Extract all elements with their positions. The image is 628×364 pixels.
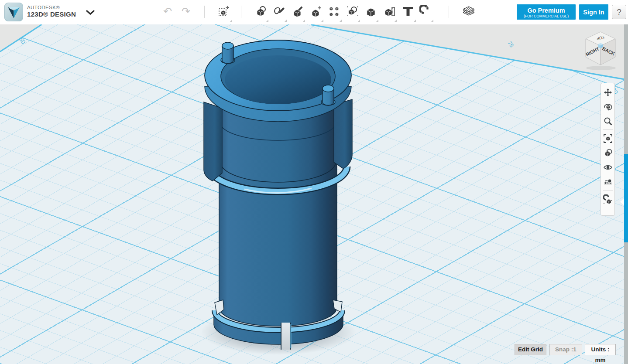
- brand-autodesk: AUTODESK®: [27, 5, 76, 10]
- model-bore[interactable]: [221, 49, 335, 104]
- orbit-icon: [603, 102, 613, 112]
- brand-text: AUTODESK® 123D® DESIGN: [27, 5, 76, 18]
- tool-dropdown-caret-icon[interactable]: [358, 20, 360, 22]
- pan-icon: [604, 88, 612, 97]
- go-premium-button[interactable]: Go Premium (FOR COMMERCIAL USE): [517, 4, 576, 20]
- tool-layers-button[interactable]: [459, 3, 477, 22]
- help-button[interactable]: ?: [612, 5, 626, 19]
- sign-in-button[interactable]: Sign In: [579, 4, 608, 20]
- panel-handle[interactable]: [624, 154, 628, 242]
- main-menu-chevron-icon[interactable]: [86, 10, 95, 16]
- text-icon: [402, 5, 414, 18]
- modify-icon: [309, 5, 323, 18]
- undo-button[interactable]: ↶: [161, 5, 174, 17]
- toolbar-separator: [449, 6, 449, 18]
- units-setting-button[interactable]: Units : mm: [585, 344, 616, 355]
- eye-icon: [603, 163, 613, 172]
- material-icon: [603, 148, 613, 158]
- redo-button[interactable]: ↷: [180, 5, 192, 17]
- grid-visibility-icon: [603, 177, 613, 187]
- nav-snap-icon: [603, 194, 613, 204]
- snap-magnet-icon: [419, 5, 432, 18]
- pan-button[interactable]: [602, 85, 614, 99]
- 3d-model[interactable]: [0, 24, 628, 364]
- tool-grouping-button[interactable]: [343, 3, 361, 22]
- app-logo-icon[interactable]: [4, 3, 23, 21]
- tool-modify-button[interactable]: [307, 3, 324, 22]
- edit-grid-button[interactable]: Edit Grid: [515, 344, 546, 355]
- go-premium-sublabel: (FOR COMMERCIAL USE): [517, 14, 576, 18]
- fit-view-icon: [603, 134, 613, 143]
- brand-product: 123D® DESIGN: [27, 10, 76, 18]
- tool-dropdown-caret-icon[interactable]: [285, 20, 287, 22]
- navigation-toolbar: [601, 83, 615, 216]
- model-wing-right[interactable]: [334, 99, 352, 169]
- model-front-slot[interactable]: [281, 323, 291, 350]
- tool-dropdown-caret-icon[interactable]: [303, 20, 305, 22]
- toolbar-separator: [204, 6, 205, 18]
- viewport-canvas[interactable]: 50 75 100: [0, 24, 628, 364]
- application-window: AUTODESK® 123D® DESIGN ↶ ↷: [0, 0, 628, 364]
- snap-setting-button[interactable]: Snap :1: [549, 344, 582, 355]
- tool-dropdown-caret-icon[interactable]: [266, 20, 268, 22]
- tool-dropdown-caret-icon[interactable]: [321, 20, 323, 22]
- material-button[interactable]: [602, 146, 614, 160]
- view-cube[interactable]: TOP RIGHT BACK: [585, 31, 617, 71]
- nav-separator: [603, 190, 613, 191]
- tool-primitives-button[interactable]: [252, 3, 269, 22]
- top-toolbar: AUTODESK® 123D® DESIGN ↶ ↷: [0, 0, 628, 24]
- zoom-icon: [604, 117, 612, 126]
- pattern-icon: [328, 5, 341, 18]
- tool-combine-button[interactable]: [362, 3, 379, 22]
- layers-icon: [462, 5, 476, 18]
- grid-visibility-button[interactable]: [602, 174, 614, 189]
- transform-icon: [218, 5, 230, 18]
- tool-dropdown-caret-icon[interactable]: [230, 20, 232, 22]
- tool-measure-button[interactable]: [380, 3, 398, 22]
- logo-glyph-icon: [4, 3, 23, 21]
- tool-dropdown-caret-icon[interactable]: [376, 20, 378, 22]
- tool-sketch-button[interactable]: [270, 3, 288, 22]
- tool-dropdown-caret-icon[interactable]: [431, 20, 433, 22]
- model-wing-left[interactable]: [204, 102, 222, 181]
- tool-dropdown-caret-icon[interactable]: [340, 20, 342, 22]
- nav-separator: [603, 129, 613, 130]
- tool-transform-button[interactable]: [216, 3, 233, 22]
- grouping-icon: [346, 5, 359, 18]
- fit-view-button[interactable]: [602, 131, 614, 146]
- nav-snap-button[interactable]: [602, 192, 614, 206]
- tool-text-button[interactable]: [399, 3, 417, 22]
- right-rail: [624, 24, 628, 364]
- sketch-icon: [273, 5, 286, 18]
- toolbar-separator: [241, 6, 241, 18]
- hide-show-button[interactable]: [602, 160, 614, 174]
- tool-pattern-button[interactable]: [325, 3, 343, 22]
- tool-dropdown-caret-icon[interactable]: [395, 20, 397, 22]
- zoom-button[interactable]: [602, 114, 614, 128]
- model-pin-right[interactable]: [321, 85, 335, 105]
- combine-icon: [364, 5, 377, 18]
- tool-dropdown-caret-icon[interactable]: [414, 20, 416, 22]
- measure-icon: [383, 5, 396, 18]
- primitives-icon: [254, 5, 268, 18]
- view-cube-shadow: [586, 66, 616, 70]
- construct-icon: [291, 5, 304, 18]
- model-pin-left[interactable]: [221, 42, 235, 64]
- orbit-button[interactable]: [602, 99, 614, 114]
- go-premium-label: Go Premium: [517, 7, 576, 14]
- tool-construct-button[interactable]: [288, 3, 306, 22]
- tool-snap-button[interactable]: [417, 3, 434, 22]
